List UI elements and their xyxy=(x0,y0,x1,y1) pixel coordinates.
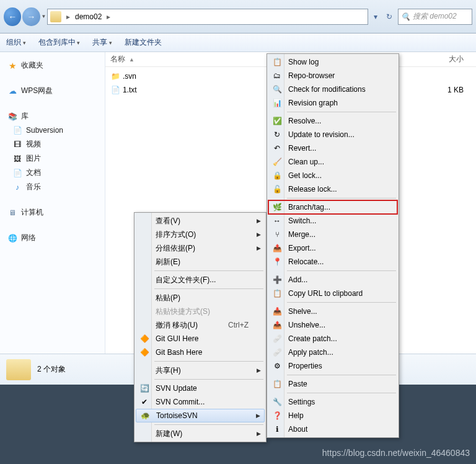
nav-dropdown[interactable]: ▼ xyxy=(42,14,47,19)
folder-icon: 📁 xyxy=(110,71,120,81)
submenu-arrow-icon: ▶ xyxy=(257,431,261,437)
ctx-main-item-tortoisesvn[interactable]: 🐢TortoiseSVN▶ xyxy=(136,409,265,422)
svn-commit-icon: ✔ xyxy=(137,397,152,407)
ctx-main-item-f[interactable]: 自定义文件夹(F)... xyxy=(136,273,265,287)
ctx-main-item-git-bash-here[interactable]: 🔶Git Bash Here xyxy=(136,346,265,359)
blank-icon xyxy=(137,306,152,316)
submenu-arrow-icon: ▶ xyxy=(257,367,261,373)
sidebar-item-video[interactable]: 🎞视频 xyxy=(0,137,105,151)
ctx-svn-item-branch-tag[interactable]: 🌿Branch/tag... xyxy=(268,200,397,214)
ctx-main-item-svn-commit[interactable]: ✔SVN Commit... xyxy=(136,395,265,409)
sidebar-item-subversion[interactable]: 📄Subversion xyxy=(0,123,105,137)
ctx-svn-item-settings[interactable]: 🔧Settings xyxy=(268,395,397,409)
blank-icon xyxy=(137,230,152,239)
ctx-svn-item-merge[interactable]: ⑂Merge... xyxy=(268,228,397,241)
help-icon: ❓ xyxy=(270,411,284,421)
menu-item-label: Paste xyxy=(288,380,385,388)
ctx-svn-item-apply-patch[interactable]: 🩹Apply patch... xyxy=(268,346,397,359)
ctx-main-item-git-gui-here[interactable]: 🔶Git GUI Here xyxy=(136,332,265,346)
ctx-svn-item-export[interactable]: 📤Export... xyxy=(268,241,397,255)
blank-icon xyxy=(137,216,152,226)
ctx-main-item-w[interactable]: 新建(W)▶ xyxy=(136,427,265,440)
ctx-main-item-p[interactable]: 分组依据(P)▶ xyxy=(136,241,265,255)
ctx-main-item-e[interactable]: 刷新(E) xyxy=(136,255,265,269)
ctx-main-item-p[interactable]: 粘贴(P) xyxy=(136,291,265,305)
ctx-main-item-o[interactable]: 排序方式(O)▶ xyxy=(136,228,265,241)
patch-icon: 🩹 xyxy=(270,334,284,344)
ctx-svn-item-update-to-revision[interactable]: ↻Update to revision... xyxy=(268,128,397,141)
forward-button[interactable]: → xyxy=(22,7,40,26)
ctx-main-separator xyxy=(154,379,263,380)
file-size: 1 KB xyxy=(439,86,476,94)
ctx-svn-item-resolve[interactable]: ✅Resolve... xyxy=(268,114,397,128)
ctx-main-item-svn-update[interactable]: 🔄SVN Update xyxy=(136,381,265,395)
column-name[interactable]: 名称▲ xyxy=(105,54,259,65)
ctx-svn-item-shelve[interactable]: 📥Shelve... xyxy=(268,305,397,318)
ctx-svn-item-unshelve[interactable]: 📤Unshelve... xyxy=(268,318,397,332)
ctx-svn-item-release-lock[interactable]: 🔓Release lock... xyxy=(268,182,397,196)
ctx-svn-item-copy-url-to-clipboard[interactable]: 📋Copy URL to clipboard xyxy=(268,287,397,300)
sidebar-network[interactable]: 🌐网络 xyxy=(0,231,105,245)
blank-icon xyxy=(137,275,152,285)
menu-item-label: Git Bash Here xyxy=(156,348,252,357)
back-button[interactable]: ← xyxy=(4,7,21,26)
settings-icon: 🔧 xyxy=(270,397,284,407)
sidebar-computer[interactable]: 🖥计算机 xyxy=(0,205,105,220)
computer-icon: 🖥 xyxy=(7,208,17,218)
nav-buttons: ← → ▼ xyxy=(4,4,47,29)
merge-icon: ⑂ xyxy=(270,230,284,239)
organize-button[interactable]: 组织 xyxy=(6,37,26,48)
ctx-svn-item-relocate[interactable]: 📍Relocate... xyxy=(268,255,397,269)
blank-icon xyxy=(137,429,152,439)
ctx-svn-item-repo-browser[interactable]: 🗂Repo-browser xyxy=(268,69,397,83)
breadcrumb-folder[interactable]: demo02 xyxy=(75,12,102,21)
refresh-button[interactable]: ↻ xyxy=(383,9,395,24)
sidebar-item-pictures[interactable]: 🖼图片 xyxy=(0,151,105,166)
ctx-svn-item-revert[interactable]: ↶Revert... xyxy=(268,141,397,155)
cloud-icon: ☁ xyxy=(7,86,17,96)
ctx-svn-separator xyxy=(287,375,396,375)
ctx-svn-item-paste[interactable]: 📋Paste xyxy=(268,377,397,391)
about-icon: ℹ xyxy=(270,424,284,434)
ctx-svn-item-help[interactable]: ❓Help xyxy=(268,409,397,422)
ctx-svn-item-properties[interactable]: ⚙Properties xyxy=(268,359,397,373)
menu-item-label: Relocate... xyxy=(288,257,385,266)
ctx-svn-item-add[interactable]: ➕Add... xyxy=(268,273,397,287)
ctx-main-item-v[interactable]: 查看(V)▶ xyxy=(136,214,265,228)
ctx-svn-item-get-lock[interactable]: 🔒Get lock... xyxy=(268,169,397,182)
menu-item-label: 分组依据(P) xyxy=(156,243,252,254)
ctx-main-item-s[interactable]: 粘贴快捷方式(S) xyxy=(136,305,265,318)
sidebar-favorites[interactable]: ★收藏夹 xyxy=(0,58,105,73)
menu-item-label: TortoiseSVN xyxy=(156,411,252,420)
git-icon: 🔶 xyxy=(137,334,152,344)
menu-item-label: SVN Commit... xyxy=(156,398,252,406)
new-folder-button[interactable]: 新建文件夹 xyxy=(125,37,162,48)
address-dropdown-button[interactable]: ▾ xyxy=(369,9,382,24)
graph-icon: 📊 xyxy=(270,98,284,108)
sidebar-item-music[interactable]: ♪音乐 xyxy=(0,180,105,194)
address-bar[interactable]: ▸ demo02 ▸ xyxy=(47,9,368,25)
ctx-svn-item-create-patch[interactable]: 🩹Create patch... xyxy=(268,332,397,346)
ctx-svn-item-revision-graph[interactable]: 📊Revision graph xyxy=(268,96,397,110)
ctx-main-item-u[interactable]: 撤消 移动(U)Ctrl+Z xyxy=(136,318,265,332)
video-icon: 🎞 xyxy=(12,140,22,149)
sidebar-library[interactable]: 📚库 xyxy=(0,109,105,123)
unshelve-icon: 📤 xyxy=(270,320,284,330)
include-library-button[interactable]: 包含到库中 xyxy=(38,37,81,48)
titlebar: ← → ▼ ▸ demo02 ▸ ▾ ↻ 🔍 搜索 demo02 xyxy=(0,0,476,33)
ctx-svn-item-switch[interactable]: ↔Switch... xyxy=(268,214,397,228)
music-icon: ♪ xyxy=(12,182,22,192)
ctx-svn-item-check-for-modifications[interactable]: 🔍Check for modifications xyxy=(268,83,397,96)
menu-item-label: Show log xyxy=(288,58,385,66)
sidebar-wps[interactable]: ☁WPS网盘 xyxy=(0,84,105,98)
ctx-svn-item-show-log[interactable]: 📋Show log xyxy=(268,55,397,69)
svn-icon: 📄 xyxy=(12,125,22,135)
documents-icon: 📄 xyxy=(12,168,22,178)
sidebar-item-documents[interactable]: 📄文档 xyxy=(0,166,105,180)
ctx-svn-item-about[interactable]: ℹAbout xyxy=(268,422,397,436)
ctx-svn-item-clean-up[interactable]: 🧹Clean up... xyxy=(268,155,397,169)
menu-item-label: Resolve... xyxy=(288,117,385,125)
ctx-main-item-h[interactable]: 共享(H)▶ xyxy=(136,364,265,377)
search-box[interactable]: 🔍 搜索 demo02 xyxy=(398,9,472,25)
share-button[interactable]: 共享 xyxy=(92,37,112,48)
